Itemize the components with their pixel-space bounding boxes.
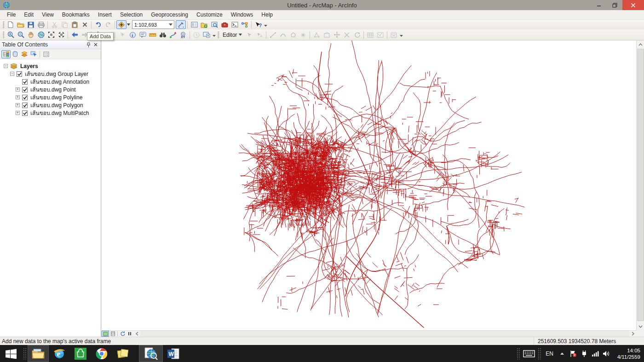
cut-button[interactable] (49, 20, 59, 29)
layer-visibility-checkbox[interactable] (22, 95, 28, 100)
scroll-down-button[interactable] (637, 322, 644, 330)
toolbar-overflow[interactable] (263, 20, 268, 29)
create-features-button[interactable] (389, 30, 399, 39)
power-status-button[interactable] (579, 345, 590, 362)
menu-windows[interactable]: Windows (227, 10, 258, 19)
move-tool[interactable] (332, 30, 342, 39)
go-back-extent[interactable] (69, 30, 80, 39)
menu-insert[interactable]: Insert (94, 10, 116, 19)
add-data-button[interactable] (116, 20, 126, 29)
menu-view[interactable]: View (38, 10, 58, 19)
whats-this-button[interactable]: ? (253, 20, 263, 29)
sketch-properties-button[interactable] (375, 30, 385, 39)
menu-help[interactable]: Help (257, 10, 277, 19)
layout-view-button[interactable] (109, 331, 116, 337)
vertical-scrollbar[interactable] (636, 40, 644, 330)
html-popup-tool[interactable] (138, 30, 148, 39)
expand-icon[interactable]: + (16, 95, 20, 99)
taskbar-word[interactable]: W (163, 345, 184, 362)
toolbar-overflow[interactable] (399, 30, 404, 39)
toc-options-button[interactable] (41, 50, 51, 58)
horizontal-scroll-track[interactable] (140, 331, 629, 337)
go-to-xy-tool[interactable]: XY (178, 30, 188, 39)
split-tool[interactable] (342, 30, 352, 39)
zoom-in-tool[interactable] (6, 30, 16, 39)
layer-visibility-checkbox[interactable] (22, 87, 28, 92)
tree-item-layers[interactable]: − Layers (0, 62, 101, 70)
editor-toolbar-grip[interactable] (218, 31, 219, 39)
menu-file[interactable]: File (3, 10, 20, 19)
network-status-button[interactable] (590, 345, 601, 362)
measure-tool[interactable] (148, 30, 158, 39)
pin-button[interactable] (85, 41, 92, 48)
python-window-button[interactable] (230, 20, 240, 29)
fixed-zoom-in-tool[interactable] (46, 30, 56, 39)
open-button[interactable] (16, 20, 26, 29)
taskbar-sticky-notes[interactable] (112, 345, 133, 362)
expand-icon[interactable]: + (16, 111, 20, 115)
add-data-dropdown[interactable] (126, 20, 131, 29)
touch-keyboard-button[interactable] (521, 345, 537, 362)
select-elements-tool[interactable] (117, 30, 127, 39)
menu-selection[interactable]: Selection (116, 10, 147, 19)
print-button[interactable] (36, 20, 46, 29)
search-window-button[interactable] (209, 20, 219, 29)
collapse-icon[interactable]: − (4, 64, 8, 68)
layer-visibility-checkbox[interactable] (22, 79, 28, 85)
start-button[interactable] (0, 345, 22, 362)
edit-annotation-tool[interactable]: A (254, 30, 264, 39)
table-of-contents-button[interactable] (189, 20, 199, 29)
pan-tool[interactable] (26, 30, 36, 39)
scroll-left-button[interactable] (133, 331, 140, 337)
tree-item-point[interactable]: + เส้นขอบ.dwg Point (0, 86, 101, 93)
menu-customize[interactable]: Customize (192, 10, 227, 19)
redo-button[interactable] (103, 20, 113, 29)
arctoolbox-button[interactable] (219, 20, 230, 29)
reshape-feature-tool[interactable] (322, 30, 332, 39)
new-map-button[interactable] (6, 20, 16, 29)
menu-edit[interactable]: Edit (20, 10, 38, 19)
menu-geoprocessing[interactable]: Geoprocessing (147, 10, 192, 19)
close-panel-button[interactable] (92, 41, 99, 48)
rotate-tool[interactable] (352, 30, 362, 39)
edit-vertices-tool[interactable] (311, 30, 322, 39)
copy-button[interactable] (59, 20, 69, 29)
construction-tool[interactable] (288, 30, 298, 39)
layer-visibility-checkbox[interactable] (22, 103, 28, 108)
editor-menu-button[interactable]: Editor (220, 30, 244, 40)
title-bar[interactable]: Untitled - ArcMap - ArcInfo (0, 0, 644, 10)
taskbar-windows-store[interactable] (70, 345, 91, 362)
toolbar-overflow[interactable] (212, 30, 217, 39)
map-canvas[interactable] (102, 40, 636, 330)
save-button[interactable] (26, 20, 36, 29)
minimize-button[interactable] (591, 0, 607, 10)
toolbar-grip[interactable] (3, 31, 5, 39)
taskbar-arcmap[interactable] (139, 345, 163, 362)
identify-tool[interactable]: i (127, 30, 138, 39)
tree-item-polygon[interactable]: + เส้นขอบ.dwg Polygon (0, 101, 101, 109)
find-tool[interactable] (158, 30, 168, 39)
tree-item-multipatch[interactable]: + เส้นขอบ.dwg MultiPatch (0, 109, 101, 117)
expand-icon[interactable]: + (16, 103, 20, 107)
attributes-button[interactable] (365, 30, 375, 39)
scale-dropdown-arrow[interactable] (167, 21, 174, 29)
fixed-zoom-out-tool[interactable] (56, 30, 66, 39)
delete-button[interactable] (80, 20, 90, 29)
taskbar-chrome[interactable] (91, 345, 112, 362)
scroll-up-button[interactable] (637, 40, 644, 48)
refresh-view-button[interactable] (119, 331, 126, 337)
tree-item-polyline[interactable]: + เส้นขอบ.dwg Polyline (0, 93, 101, 101)
find-route-tool[interactable] (168, 30, 178, 39)
undo-button[interactable] (93, 20, 103, 29)
zoom-out-tool[interactable] (16, 30, 26, 39)
taskbar-clock[interactable]: 14:05 4/11/2559 (612, 345, 644, 362)
taskbar-internet-explorer[interactable]: e (49, 345, 70, 362)
taskbar-file-explorer[interactable] (28, 345, 49, 362)
layer-visibility-checkbox[interactable] (22, 110, 28, 116)
toolbar-grip[interactable] (3, 21, 5, 29)
tree-item-group-layer[interactable]: − เส้นขอบ.dwg Group Layer (0, 70, 101, 78)
list-by-visibility-button[interactable] (20, 50, 29, 58)
vertical-scroll-thumb[interactable] (637, 49, 644, 321)
expand-icon[interactable]: + (16, 87, 20, 92)
full-extent-tool[interactable] (36, 30, 46, 39)
